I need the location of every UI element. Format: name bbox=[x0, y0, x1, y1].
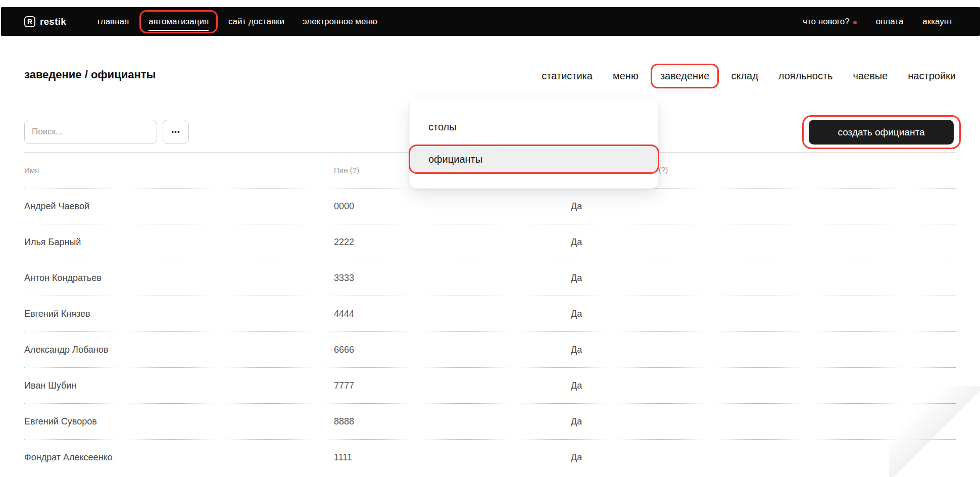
waiter-pin: 1111 bbox=[334, 452, 571, 463]
waiter-name: Иван Шубин bbox=[24, 380, 334, 391]
restik-logo[interactable]: R restik bbox=[24, 16, 66, 27]
table-row[interactable]: Иван Шубин 7777 Да bbox=[24, 367, 956, 403]
waiter-pin: 3333 bbox=[334, 273, 571, 283]
waiter-name: Илья Барный bbox=[24, 237, 334, 248]
waiter-name: Евгений Князев bbox=[24, 309, 334, 319]
topnav-item-akkaunt[interactable]: аккаунт bbox=[922, 17, 953, 27]
subnav-item-zavedenie[interactable]: заведение bbox=[660, 70, 710, 81]
zavedenie-dropdown-menu: столы официанты bbox=[410, 99, 658, 188]
dropdown-item-ofitsianty[interactable]: официанты bbox=[409, 145, 659, 174]
search-input[interactable] bbox=[24, 120, 157, 144]
waiter-name: Антон Кондратьев bbox=[24, 273, 334, 283]
waiter-pin: 0000 bbox=[334, 201, 571, 212]
section-nav: статистика меню заведение склад лояльнос… bbox=[542, 69, 956, 83]
subnav-item-sklad[interactable]: склад bbox=[731, 70, 758, 82]
subnav-item-nastroiki[interactable]: настройки bbox=[908, 70, 956, 82]
waiter-pin: 2222 bbox=[334, 237, 571, 248]
topnav-item-sait-dostavki[interactable]: сайт доставки bbox=[228, 17, 284, 27]
waiter-app-access: Да bbox=[571, 201, 582, 212]
table-row[interactable]: Антон Кондратьев 3333 Да bbox=[24, 260, 956, 296]
waiter-pin: 8888 bbox=[334, 416, 571, 427]
ellipsis-icon: ••• bbox=[171, 128, 180, 136]
subnav-item-statistika[interactable]: статистика bbox=[542, 70, 593, 82]
table-row[interactable]: Александр Лобанов 6666 Да bbox=[24, 331, 956, 367]
table-row[interactable]: Евгений Суворов 8888 Да bbox=[24, 403, 956, 439]
table-row[interactable]: Фондрат Алексеенко 1111 Да bbox=[24, 439, 956, 475]
subnav-item-chaevye[interactable]: чаевые bbox=[853, 70, 888, 82]
more-options-button[interactable]: ••• bbox=[163, 120, 189, 144]
dropdown-item-stoly[interactable]: столы bbox=[410, 114, 658, 140]
topnav-item-glavnaya[interactable]: главная bbox=[97, 17, 129, 27]
waiter-app-access: Да bbox=[571, 237, 582, 248]
breadcrumb: заведение / официанты bbox=[24, 68, 156, 81]
waiter-app-access: Да bbox=[571, 416, 582, 427]
waiter-name: Евгений Суворов bbox=[24, 416, 334, 427]
table-row[interactable]: Евгений Князев 4444 Да bbox=[24, 296, 956, 331]
annotation-box-zavedenie: заведение bbox=[651, 64, 719, 88]
table-row[interactable]: Андрей Чаевой 0000 Да bbox=[24, 188, 956, 224]
new-badge-dot-icon bbox=[853, 21, 857, 24]
waiter-name: Фондрат Алексеенко bbox=[24, 452, 334, 463]
top-nav-links: главная автоматизация сайт доставки элек… bbox=[97, 15, 377, 28]
waiter-app-access: Да bbox=[571, 309, 582, 319]
topnav-active-label: автоматизация bbox=[149, 17, 209, 31]
waiter-app-access: Да bbox=[571, 380, 582, 391]
top-navbar: R restik главная автоматизация сайт дост… bbox=[1, 7, 980, 36]
waiter-pin: 4444 bbox=[334, 309, 571, 319]
table-row[interactable]: Илья Барный 2222 Да bbox=[24, 224, 956, 260]
page: R restik главная автоматизация сайт дост… bbox=[0, 0, 980, 477]
topnav-item-oplata[interactable]: оплата bbox=[876, 17, 904, 27]
topnav-item-avtomatizaciya[interactable]: автоматизация bbox=[149, 17, 209, 26]
waiter-pin: 6666 bbox=[334, 345, 571, 355]
column-header-third-partial: (?) bbox=[659, 165, 668, 174]
waiter-pin: 7777 bbox=[334, 380, 571, 391]
restik-logo-icon: R bbox=[24, 16, 35, 27]
annotation-box-avtomatizaciya: автоматизация bbox=[139, 10, 218, 33]
subnav-item-menu[interactable]: меню bbox=[613, 70, 639, 82]
waiter-name: Александр Лобанов bbox=[24, 345, 334, 355]
waiter-name: Андрей Чаевой bbox=[24, 201, 334, 212]
restik-logo-text: restik bbox=[40, 16, 66, 27]
whats-new-link[interactable]: что нового? bbox=[803, 17, 857, 27]
waiter-app-access: Да bbox=[571, 345, 582, 355]
subnav-item-loyalnost[interactable]: лояльность bbox=[778, 70, 833, 82]
create-waiter-button[interactable]: создать официанта bbox=[809, 120, 954, 145]
waiter-app-access: Да bbox=[571, 273, 582, 283]
whats-new-label: что нового? bbox=[803, 17, 850, 27]
top-nav-right: что нового? оплата аккаунт bbox=[803, 17, 980, 27]
column-header-name: Имя bbox=[24, 166, 334, 174]
waiter-app-access: Да bbox=[571, 452, 582, 463]
topnav-item-elektronnoe-menu[interactable]: электронное меню bbox=[303, 17, 377, 27]
